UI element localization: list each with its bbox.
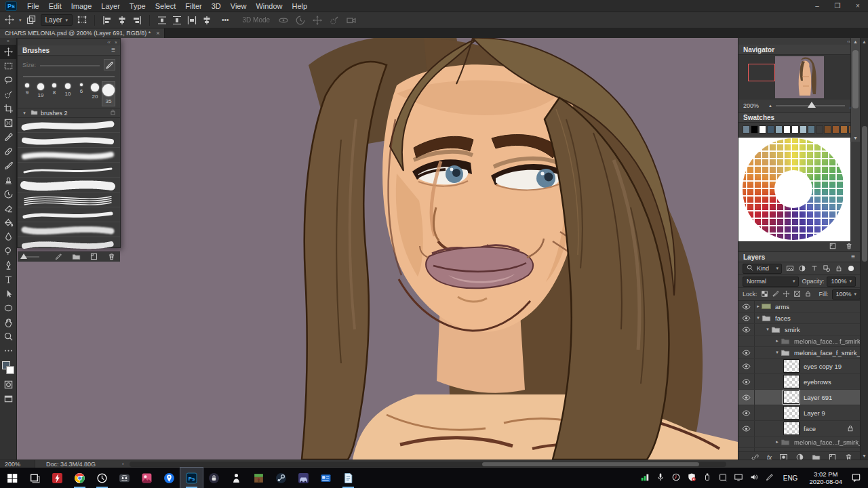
color-panel-scrollbar[interactable]: ▲ ▼ [850, 38, 860, 142]
taskbar-app-card[interactable] [315, 468, 337, 488]
tray-defender-wrapper[interactable] [687, 472, 696, 483]
tool-hand[interactable] [0, 315, 17, 329]
tool-eyedropper[interactable] [0, 130, 17, 144]
chevron-right-icon[interactable]: ▸ [774, 338, 781, 344]
layer-row-melonia-face-f-smirk-up[interactable]: ▸melonia_face... f_smirk_up [738, 336, 860, 347]
brush-preset-6[interactable]: 6 [75, 81, 88, 106]
color-swatch[interactable] [775, 125, 783, 134]
color-swatch[interactable] [824, 125, 831, 134]
tool-rectangular-marquee[interactable] [0, 59, 17, 73]
layer-row-melonia-face-f-smirk-up[interactable]: ▾melonia_face_f_smirk_up [738, 347, 860, 359]
panel-menu-icon[interactable]: ≡ [851, 253, 855, 260]
navigator-header[interactable]: Navigator ≡ [738, 45, 860, 55]
brush-thumbnail-solid[interactable] [18, 133, 120, 148]
status-zoom-field[interactable]: 200% [0, 460, 35, 468]
taskbar-app-maps[interactable] [158, 468, 180, 488]
canvas-artwork[interactable] [17, 38, 738, 460]
scrollbar-thumb[interactable] [862, 126, 867, 262]
taskbar-app-photos[interactable] [136, 468, 158, 488]
layer-row-faces[interactable]: ▾faces [738, 312, 860, 324]
scrollbar-thumb[interactable] [852, 50, 859, 108]
color-wheel-area[interactable] [738, 138, 850, 241]
canvas-horizontal-scrollbar[interactable] [130, 462, 726, 467]
foreground-background-swatches[interactable] [0, 360, 17, 378]
brush-preset-35[interactable]: 35 [102, 81, 115, 106]
scroll-down-icon[interactable]: ▼ [853, 136, 858, 140]
panel-menu-icon[interactable]: ≡ [111, 47, 115, 54]
tool-edit-toolbar[interactable] [0, 344, 17, 358]
stroke-preview-button[interactable] [104, 59, 115, 70]
tool-move[interactable] [0, 45, 17, 59]
tool-frame[interactable] [0, 116, 17, 130]
visibility-eye-icon[interactable] [738, 421, 755, 436]
more-align-options-button[interactable]: ••• [222, 16, 229, 24]
tray-display-wrapper[interactable] [734, 472, 743, 483]
color-swatch[interactable] [840, 125, 848, 134]
restore-button[interactable]: ❐ [827, 0, 848, 12]
taskbar-app-character[interactable] [225, 468, 248, 488]
brush-preset-9[interactable]: 9 [20, 81, 34, 106]
background-color-swatch[interactable] [6, 366, 14, 374]
tool-paint-bucket[interactable] [0, 216, 17, 230]
color-swatch[interactable] [759, 125, 766, 134]
layer-row-layer-9[interactable]: Layer 9 [738, 405, 860, 421]
tool-lasso[interactable] [0, 73, 17, 87]
visibility-eye-icon[interactable] [738, 301, 755, 312]
brush-preset-10[interactable]: 10 [61, 81, 75, 106]
taskbar-clock[interactable]: 3:02 PM 2020-08-04 [806, 470, 845, 485]
menu-item-window[interactable]: Window [251, 0, 287, 12]
visibility-eye-icon[interactable] [738, 374, 755, 389]
tool-zoom[interactable] [0, 329, 17, 344]
visibility-eye-icon[interactable] [738, 359, 755, 373]
fill-dropdown[interactable]: 100% ▾ [832, 289, 861, 300]
brush-thumbnail-thick-solid[interactable] [18, 118, 120, 133]
close-button[interactable]: × [848, 0, 868, 12]
color-swatch[interactable] [783, 125, 791, 134]
document-tab[interactable]: CHARS MELONIA.psd @ 200% (Layer 691, RGB… [0, 28, 165, 38]
taskbar-app-task-view[interactable] [24, 468, 46, 488]
screen-mode-button[interactable] [0, 392, 17, 406]
brush-thumbnail-thin-taper[interactable] [18, 163, 120, 178]
chevron-right-icon[interactable]: ▸ [774, 451, 781, 451]
taskbar-app-quake[interactable] [46, 468, 68, 488]
navigator-proxy-view-rect[interactable] [748, 64, 775, 81]
brush-zoom-slider[interactable] [22, 256, 39, 258]
taskbar-app-game[interactable] [248, 468, 270, 488]
tool-clone-stamp[interactable] [0, 173, 17, 187]
layer-thumbnail[interactable] [783, 375, 800, 388]
tool-brush[interactable] [0, 159, 17, 173]
tool-path-selection[interactable] [0, 287, 17, 301]
taskbar-app-notepad[interactable] [337, 468, 359, 488]
color-swatch[interactable] [751, 125, 758, 134]
filter-kind-dropdown[interactable]: Kind ▾ [743, 264, 782, 274]
scroll-up-icon[interactable]: ▲ [862, 39, 867, 44]
menu-item-type[interactable]: Type [125, 0, 151, 12]
tool-ellipse-shape[interactable] [0, 301, 17, 315]
navigator-zoom-slider[interactable] [776, 105, 845, 106]
layer-row-melonia-face-f-smirk-low[interactable]: ▸melonia_face...f_smirk_low [738, 436, 860, 448]
visibility-eye-icon[interactable] [738, 347, 755, 358]
navigator-preview[interactable] [738, 55, 860, 100]
tray-pen-wrapper[interactable] [765, 472, 774, 483]
chevron-down-icon[interactable]: ▾ [774, 350, 781, 355]
action-center-button[interactable] [851, 472, 861, 484]
close-tab-icon[interactable]: × [156, 30, 159, 37]
filter-toggle-pin[interactable] [848, 266, 854, 271]
chevron-down-icon[interactable]: ▾ [764, 327, 771, 332]
menu-item-layer[interactable]: Layer [96, 0, 125, 12]
minimize-button[interactable]: – [807, 0, 827, 12]
taskbar-app-privacy[interactable] [203, 468, 225, 488]
tray-mic-wrapper[interactable] [656, 472, 665, 483]
chevron-right-icon[interactable]: ▸ [774, 439, 781, 445]
visibility-empty[interactable] [738, 448, 755, 451]
tool-healing-brush[interactable] [0, 144, 17, 159]
layer-thumbnail[interactable] [783, 406, 800, 420]
visibility-eye-icon[interactable] [738, 405, 755, 420]
menu-item-3d[interactable]: 3D [207, 0, 226, 12]
navigator-zoom-value[interactable]: 200% [743, 102, 765, 109]
layer-row-eyes-copy-19[interactable]: eyes copy 19 [738, 359, 860, 374]
layer-thumbnail[interactable] [783, 390, 800, 404]
menu-item-view[interactable]: View [226, 0, 252, 12]
tool-history-brush[interactable] [0, 187, 17, 201]
taskbar-app-start[interactable] [1, 468, 24, 488]
